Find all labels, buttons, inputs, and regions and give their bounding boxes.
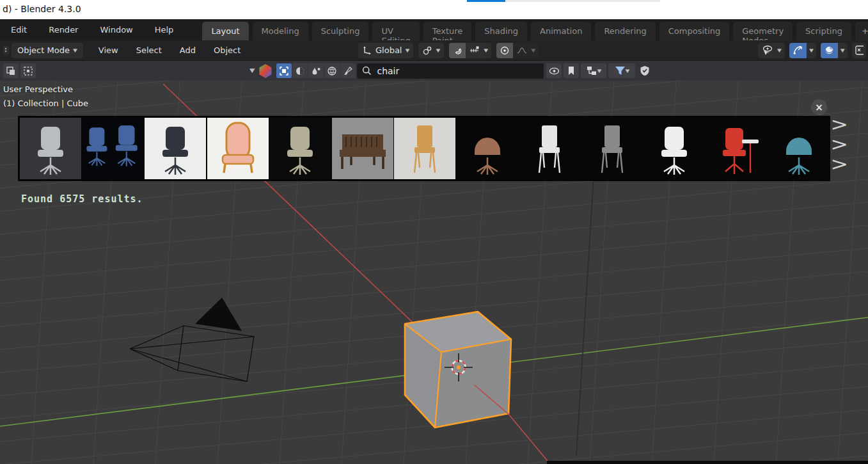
asset-thumbnail-11[interactable] — [643, 118, 705, 179]
preview-visibility-button[interactable] — [546, 63, 562, 78]
asset-thumbnail-1[interactable] — [20, 118, 81, 179]
menu-view[interactable]: View — [90, 45, 127, 55]
mode-selector-label: Object Mode — [17, 45, 70, 55]
blenderkit-logo-icon[interactable] — [258, 63, 272, 79]
asset-thumbnail-8[interactable] — [457, 118, 518, 179]
categories-button[interactable]: ▼ — [581, 63, 606, 78]
show-gizmo-toggle[interactable] — [789, 43, 807, 58]
xray-toggle-partial[interactable] — [852, 43, 866, 58]
eye-icon — [549, 67, 560, 75]
tab-uv-editing[interactable]: UV Editing — [372, 22, 419, 40]
chevron-down-icon: ▼ — [405, 48, 409, 53]
asset-thumbnail-3[interactable] — [145, 118, 206, 179]
scroll-right-arrow[interactable]: > — [830, 154, 848, 174]
tab-layout[interactable]: Layout — [202, 22, 248, 40]
tab-texture-paint[interactable]: Texture Paint — [423, 22, 472, 40]
orientation-axes-icon — [362, 45, 372, 56]
asset-thumbnail-13[interactable] — [768, 118, 830, 179]
menu-object[interactable]: Object — [205, 45, 249, 55]
asset-thumbnail-4[interactable] — [207, 118, 269, 179]
asset-thumbnail-10[interactable] — [581, 118, 643, 179]
os-title-bar: d) - Blender 4.3.0 — [0, 0, 868, 19]
chevron-down-icon: ▼ — [626, 68, 630, 74]
overlapping-squares-icon — [6, 66, 16, 76]
bookmarks-button[interactable] — [564, 63, 579, 78]
asset-type-hdr[interactable] — [324, 63, 340, 78]
tab-shading[interactable]: Shading — [475, 22, 527, 40]
asset-thumbnail-5[interactable] — [269, 118, 331, 179]
tab-modeling[interactable]: Modeling — [253, 22, 308, 40]
viewport-3d[interactable]: User Perspective (1) Collection | Cube ×… — [0, 81, 868, 464]
model-icon — [279, 66, 289, 76]
snap-toggle-button[interactable] — [449, 43, 466, 58]
chair-thumbnail-icon — [768, 118, 830, 179]
view-perspective-label: User Perspective — [3, 84, 73, 94]
gizmo-dropdown[interactable]: ▼ — [807, 43, 816, 58]
chair-thumbnail-icon — [83, 118, 144, 179]
asset-thumbnail-6[interactable] — [332, 118, 393, 179]
scroll-right-arrow[interactable]: > — [830, 134, 848, 154]
menu-render[interactable]: Render — [38, 19, 89, 40]
scroll-right-arrow[interactable]: > — [830, 115, 848, 134]
chair-thumbnail-icon — [269, 118, 331, 179]
shield-check-icon — [640, 65, 650, 76]
depth-grid-line — [576, 178, 594, 456]
asset-type-model[interactable] — [276, 63, 292, 78]
proportional-controls: ▼ — [496, 43, 539, 58]
progress-bar-fill — [467, 0, 505, 2]
overlap-mode-button[interactable] — [3, 63, 19, 78]
mode-selector[interactable]: Object Mode ▼ — [12, 43, 83, 58]
add-workspace-button[interactable]: + — [855, 22, 868, 40]
asset-results-strip — [18, 116, 830, 181]
asset-type-scene[interactable] — [308, 63, 324, 78]
orientation-selector[interactable]: Global ▼ — [358, 43, 413, 58]
menu-add[interactable]: Add — [171, 45, 205, 55]
chair-thumbnail-icon — [332, 118, 393, 179]
orientation-label: Global — [375, 45, 402, 55]
search-input[interactable] — [377, 66, 524, 76]
asset-thumbnail-12[interactable] — [706, 118, 768, 179]
asset-type-buttons — [276, 63, 356, 78]
bookmark-icon — [567, 66, 575, 76]
cube-object[interactable] — [405, 312, 511, 428]
close-asset-bar-button[interactable]: × — [811, 99, 827, 115]
gizmo-controls: ▼ — [789, 43, 816, 58]
chevron-down-icon: ▼ — [597, 68, 602, 74]
overlays-icon — [824, 45, 835, 56]
collapse-chevron-icon[interactable]: ▼ — [249, 67, 255, 74]
menu-select[interactable]: Select — [127, 45, 171, 55]
tab-rendering[interactable]: Rendering — [595, 22, 655, 40]
show-overlays-toggle[interactable] — [821, 43, 838, 58]
editor-type-icon[interactable] — [1, 44, 9, 57]
tab-compositing[interactable]: Compositing — [659, 22, 730, 40]
menu-window[interactable]: Window — [89, 19, 143, 40]
origins-mode-button[interactable] — [20, 63, 36, 78]
dashed-square-icon — [23, 66, 33, 76]
asset-thumbnail-7[interactable] — [394, 118, 455, 179]
falloff-selector[interactable]: ▼ — [513, 43, 539, 58]
search-box[interactable] — [357, 63, 544, 79]
tab-animation[interactable]: Animation — [531, 22, 591, 40]
verification-button[interactable] — [637, 63, 652, 78]
workspace-tabs: Layout Modeling Sculpting UV Editing Tex… — [202, 19, 868, 40]
tab-sculpting[interactable]: Sculpting — [312, 22, 369, 40]
proportional-editing-toggle[interactable] — [496, 43, 513, 58]
tab-geometry-nodes[interactable]: Geometry Nodes — [733, 22, 793, 40]
tab-scripting[interactable]: Scripting — [796, 22, 851, 40]
menu-help[interactable]: Help — [144, 19, 185, 40]
pivot-point-selector[interactable]: ▼ — [418, 43, 444, 58]
camera-object[interactable] — [130, 298, 254, 381]
snap-target-selector[interactable]: ▼ — [466, 43, 491, 58]
pivot-point-icon — [422, 45, 432, 56]
chair-thumbnail-icon — [706, 118, 768, 179]
asset-type-material[interactable] — [292, 63, 308, 78]
overlays-dropdown[interactable]: ▼ — [838, 43, 848, 58]
transform-controls: Global ▼ ▼ — [358, 43, 539, 58]
overlay-controls: ▼ — [821, 43, 848, 58]
asset-thumbnail-2[interactable] — [83, 118, 144, 179]
menu-edit[interactable]: Edit — [0, 19, 38, 40]
object-visibility-selector[interactable]: ▼ — [758, 43, 785, 58]
filters-button[interactable]: ▼ — [608, 63, 635, 78]
asset-type-brush[interactable] — [340, 63, 356, 78]
asset-thumbnail-9[interactable] — [519, 118, 580, 179]
